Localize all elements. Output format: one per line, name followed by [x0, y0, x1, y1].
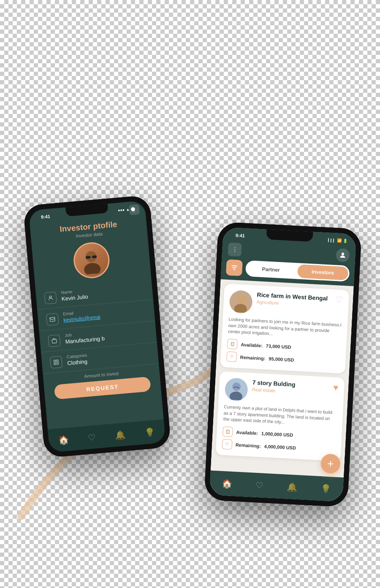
front-bottom-nav: 🏠 ♡ 🔔 💡 [209, 470, 344, 502]
svg-rect-7 [52, 340, 57, 343]
card1-avatar [229, 290, 253, 314]
card1-remaining-value: 95,000 USD [269, 356, 294, 362]
card1-available-value: 73,000 USD [266, 343, 291, 350]
profile-fields: Name Kevin Julio Email kevinjulio@gmai [35, 278, 159, 374]
svg-rect-10 [54, 363, 56, 364]
svg-point-5 [49, 296, 52, 298]
svg-point-12 [342, 253, 344, 255]
card2-heart[interactable]: ♥ [333, 383, 339, 392]
svg-rect-9 [57, 360, 58, 361]
svg-point-1 [83, 262, 100, 275]
card1-desc: Looking for partners to join me in my Ri… [228, 316, 342, 340]
svg-line-13 [232, 266, 237, 266]
card2-avatar [224, 378, 248, 402]
nav-bulb-icon[interactable]: 💡 [144, 427, 155, 438]
svg-point-17 [234, 304, 247, 313]
back-bottom-nav: 🏠 ♡ 🔔 💡 [48, 419, 166, 453]
nav-bell-icon[interactable]: 🔔 [114, 429, 126, 440]
card-rice-farm[interactable]: Rice farm in West Bengal Agriculture ♡ L… [220, 284, 349, 374]
svg-point-20 [229, 391, 242, 401]
nav-heart-icon[interactable]: ♡ [87, 432, 96, 442]
card2-remaining-value: 4,000,000 USD [264, 444, 296, 450]
svg-rect-6 [50, 317, 55, 321]
front-nav-bell[interactable]: 🔔 [287, 482, 298, 492]
front-nav-home[interactable]: 🏠 [221, 478, 232, 489]
tab-investors[interactable]: Investors [297, 264, 349, 281]
svg-rect-11 [57, 362, 58, 364]
front-nav-heart[interactable]: ♡ [255, 480, 263, 491]
filter-btn[interactable] [226, 259, 243, 276]
svg-rect-8 [54, 360, 55, 362]
svg-rect-18 [237, 296, 245, 299]
front-time: 9:41 [231, 232, 245, 238]
front-nav-bulb[interactable]: 💡 [320, 483, 331, 494]
card1-heart[interactable]: ♡ [335, 295, 343, 304]
menu-icon-btn[interactable]: ⋮ [228, 243, 242, 257]
nav-home-icon[interactable]: 🏠 [58, 434, 69, 445]
card2-available-value: 1,000,000 USD [261, 431, 293, 438]
tab-partner[interactable]: Partner [245, 260, 297, 279]
back-avatar [72, 241, 111, 280]
back-time: 9:41 [37, 214, 50, 220]
cards-container: Rice farm in West Bengal Agriculture ♡ L… [211, 279, 354, 475]
card-building[interactable]: 7 story Bulding Real estate ♥ Currenty o… [216, 371, 345, 461]
profile-icon-btn[interactable] [336, 248, 350, 262]
card2-desc: Currenty own a plot of land in Delphi th… [223, 404, 337, 428]
